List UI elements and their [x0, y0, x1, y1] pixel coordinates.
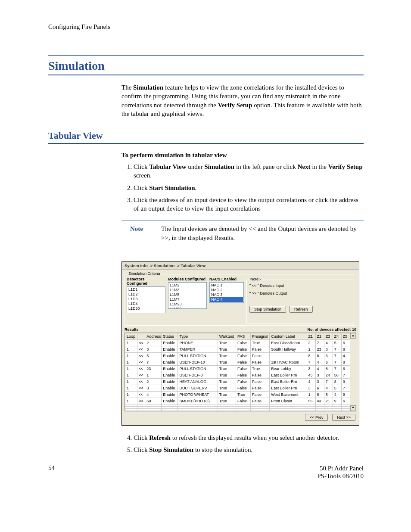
list-item[interactable]: L1D4	[128, 302, 165, 306]
column-header[interactable]: Custom Label	[270, 333, 307, 339]
list-item[interactable]: L1D1	[128, 287, 165, 292]
column-header[interactable]: Z2	[315, 333, 324, 339]
page-number: 54	[48, 464, 55, 480]
cell: East Boiler Rm	[270, 385, 307, 391]
table-row[interactable]: 1<<4EnablePHOTO W/HEATTrueTrueFalseWest …	[125, 391, 350, 398]
text: to stop the simulation.	[193, 446, 252, 453]
subsection-title: Tabular View	[48, 130, 364, 141]
column-header[interactable]: Address	[145, 333, 162, 339]
list-item[interactable]: L1M23	[169, 302, 206, 307]
list-item[interactable]: L1D50	[128, 306, 165, 311]
column-header[interactable]: Z1	[307, 333, 315, 339]
cell: PULL STATION	[178, 352, 218, 359]
nacs-list[interactable]: NAC 1NAC 2NAC 3NAC 4	[209, 282, 244, 303]
cell: 6	[341, 339, 350, 346]
scroll-up-icon[interactable]: ▲	[350, 333, 356, 339]
table-row[interactable]: 1<<50EnableSMOKE(PHOTO)TrueFalseFalseFro…	[125, 398, 350, 404]
cell: True	[218, 391, 236, 398]
list-item[interactable]: L1D3	[128, 297, 165, 302]
cell: 56	[307, 398, 315, 404]
cell: 4	[145, 391, 162, 398]
page-header: Configuring Fire Panels	[48, 23, 364, 31]
column-header[interactable]: Status	[162, 333, 178, 339]
cell: 7	[315, 339, 324, 346]
text: in the	[310, 163, 328, 170]
text: Click	[134, 446, 149, 453]
table-row[interactable]: 1<<7EnableUSER-DEF-10TrueFalseFalse1st H…	[125, 359, 350, 365]
cell: 1	[125, 339, 137, 346]
cell: True	[236, 391, 250, 398]
column-header[interactable]: Presignal	[251, 333, 270, 339]
prev-button[interactable]: << Prev	[305, 414, 328, 421]
list-item[interactable]: NAC 3	[210, 292, 243, 297]
column-header[interactable]: Type	[178, 333, 218, 339]
screenshot-tabular-view: System Info -> Simulation -> Tabular Vie…	[121, 261, 359, 426]
cell	[125, 408, 137, 411]
text: Click	[134, 434, 149, 441]
cell: 23	[315, 346, 324, 352]
cell: Enable	[162, 359, 178, 365]
scrollbar[interactable]: ▲ ▼	[350, 333, 356, 411]
cell: Enable	[162, 372, 178, 378]
list-item[interactable]: L1D2	[128, 292, 165, 297]
cell: Enable	[162, 365, 178, 372]
list-item[interactable]: L1M2	[169, 283, 206, 288]
cell: 6	[324, 359, 333, 365]
step-3: Click the address of an input device to …	[134, 196, 364, 213]
list-item[interactable]: NAC 1	[210, 283, 243, 288]
column-header[interactable]: Z5	[341, 333, 350, 339]
table-row[interactable]: 1<<3EnableTAMPERTrueFalseFalseSouth Hall…	[125, 346, 350, 352]
cell: 6	[315, 385, 324, 391]
column-header[interactable]: Loop	[125, 333, 137, 339]
table-row[interactable]: 1<<5EnablePULL STATIONTrueFalseFalse8867…	[125, 352, 350, 359]
next-button[interactable]: Next >>	[332, 414, 355, 421]
list-item[interactable]: NAC 4	[210, 297, 243, 302]
list-item[interactable]: L1M58	[169, 307, 206, 309]
cell: 1	[125, 378, 137, 385]
stop-simulation-button[interactable]: Stop Simulation	[249, 306, 286, 313]
results-table[interactable]: LoopAddressStatusTypeWalktestPASPresigna…	[125, 333, 350, 411]
cell: 3	[324, 346, 333, 352]
cell: 1	[125, 359, 137, 365]
table-row[interactable]: 1<<1EnableUSER-DEF-3TrueFalseFalseEast B…	[125, 372, 350, 378]
cell: TAMPER	[178, 346, 218, 352]
cell	[307, 408, 315, 411]
list-item[interactable]: L1M7	[169, 297, 206, 302]
table-row[interactable]: 1<<3EnableDUCT SUPERVTrueFalseFalseEast …	[125, 385, 350, 391]
cell: <<	[137, 339, 145, 346]
modules-list[interactable]: L1M2L1M3L1M5L1M7L1M23L1M58	[168, 282, 207, 309]
scroll-down-icon[interactable]: ▼	[350, 405, 356, 411]
bold: Next	[297, 163, 310, 170]
list-item[interactable]: L1M3	[169, 288, 206, 292]
cell: 4	[307, 378, 315, 385]
cell: True	[218, 378, 236, 385]
table-row[interactable]: 1<<2EnableHEAT ANALOGTrueFalseFalseEast …	[125, 378, 350, 385]
column-header[interactable]	[137, 333, 145, 339]
table-row[interactable]: 1<<23EnablePULL STATIONTrueFalseTrueRear…	[125, 365, 350, 372]
bold: Simulation	[204, 163, 234, 170]
cell: <<	[137, 359, 145, 365]
detectors-list[interactable]: L1D1L1D2L1D3L1D4L1D50	[127, 286, 165, 313]
cell: 6	[341, 398, 350, 404]
cell: 24	[324, 372, 333, 378]
refresh-button[interactable]: Refresh	[290, 306, 313, 313]
table-row[interactable]: 1<<2EnablePHONETrueFalseTrueEast ClassRo…	[125, 339, 350, 346]
list-item[interactable]: NAC 2	[210, 288, 243, 292]
column-header[interactable]: Z4	[333, 333, 341, 339]
cell: False	[236, 352, 250, 359]
table-row[interactable]	[125, 408, 350, 411]
cell: 45	[307, 372, 315, 378]
list-item[interactable]: L1M5	[169, 292, 206, 297]
cell: <<	[137, 378, 145, 385]
cell: 8	[324, 365, 333, 372]
column-header[interactable]: Walktest	[218, 333, 236, 339]
cell	[162, 408, 178, 411]
cell: East Boiler Rm	[270, 372, 307, 378]
column-header[interactable]: PAS	[236, 333, 250, 339]
note-group: Note:- " << " Denotes Input " >> " Denot…	[246, 280, 354, 324]
column-header[interactable]: Z3	[324, 333, 333, 339]
cell: USER-DEF-10	[178, 359, 218, 365]
cell: 8	[341, 359, 350, 365]
cell: 7	[333, 365, 341, 372]
cell	[341, 408, 350, 411]
